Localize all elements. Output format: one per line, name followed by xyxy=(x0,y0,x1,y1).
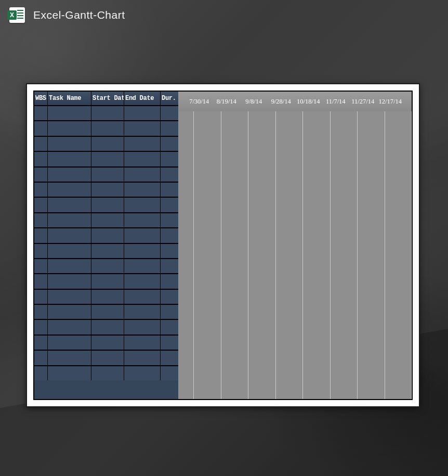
table-cell xyxy=(124,121,161,135)
table-row xyxy=(34,289,178,304)
table-cell xyxy=(124,336,161,350)
table-cell xyxy=(91,274,124,288)
table-cell xyxy=(91,198,124,212)
table-cell xyxy=(48,305,91,319)
table-cell xyxy=(48,290,91,304)
table-cell xyxy=(124,106,161,120)
table-cell xyxy=(124,366,161,380)
table-cell xyxy=(124,168,161,182)
table-cell xyxy=(34,259,48,273)
table-cell xyxy=(91,183,124,197)
table-cell xyxy=(91,336,124,350)
table-cell xyxy=(48,366,91,380)
table-cell xyxy=(91,351,124,365)
table-cell xyxy=(124,320,161,334)
table-cell xyxy=(124,152,161,166)
table-cell xyxy=(161,106,178,120)
table-cell xyxy=(124,351,161,365)
table-cell xyxy=(124,213,161,227)
timeline-gridline xyxy=(193,111,194,399)
timeline-gridline xyxy=(385,111,385,399)
table-cell xyxy=(34,198,48,212)
timeline-date-label: 9/28/14 xyxy=(268,98,295,106)
table-cell xyxy=(161,183,178,197)
table-cell xyxy=(91,259,124,273)
table-cell xyxy=(161,244,178,258)
table-cell xyxy=(34,168,48,182)
table-row xyxy=(34,166,178,182)
table-cell xyxy=(48,121,91,135)
table-cell xyxy=(48,259,91,273)
table-cell xyxy=(161,274,178,288)
table-cell xyxy=(48,198,91,212)
timeline-gridline xyxy=(221,111,221,399)
table-cell xyxy=(34,183,48,197)
table-cell xyxy=(124,183,161,197)
task-grid: WBS Task Name Start Date End Date Dur. xyxy=(34,92,178,399)
table-cell xyxy=(91,213,124,227)
table-row xyxy=(34,350,178,365)
table-cell xyxy=(161,259,178,273)
table-cell xyxy=(34,244,48,258)
table-cell xyxy=(161,351,178,365)
table-cell xyxy=(124,305,161,319)
table-cell xyxy=(48,213,91,227)
excel-icon-lines xyxy=(17,10,23,20)
page-title: Excel-Gantt-Chart xyxy=(33,9,125,21)
table-row xyxy=(34,212,178,227)
table-cell xyxy=(91,366,124,380)
timeline-gridline xyxy=(302,111,303,399)
col-header-end-date: End Date xyxy=(124,92,161,105)
task-grid-header: WBS Task Name Start Date End Date Dur. xyxy=(34,92,178,105)
col-header-duration: Dur. xyxy=(161,92,178,105)
table-cell xyxy=(124,274,161,288)
gantt-chart: WBS Task Name Start Date End Date Dur. 7… xyxy=(33,91,413,400)
timeline-panel: 7/30/148/19/149/8/149/28/1410/18/1411/7/… xyxy=(178,92,412,399)
table-cell xyxy=(161,152,178,166)
table-cell xyxy=(161,137,178,151)
timeline-date-label: 11/7/14 xyxy=(322,98,350,106)
table-cell xyxy=(124,228,161,242)
table-cell xyxy=(34,305,48,319)
table-cell xyxy=(91,106,124,120)
table-cell xyxy=(124,290,161,304)
table-cell xyxy=(91,320,124,334)
table-cell xyxy=(91,305,124,319)
table-cell xyxy=(48,168,91,182)
document-frame: WBS Task Name Start Date End Date Dur. 7… xyxy=(26,83,420,407)
table-cell xyxy=(48,228,91,242)
table-cell xyxy=(34,351,48,365)
table-row xyxy=(34,151,178,166)
table-cell xyxy=(161,305,178,319)
table-row xyxy=(34,243,178,258)
table-cell xyxy=(161,121,178,135)
table-row xyxy=(34,335,178,350)
table-row xyxy=(34,273,178,288)
table-cell xyxy=(48,244,91,258)
table-cell xyxy=(34,213,48,227)
table-cell xyxy=(48,336,91,350)
col-header-start-date: Start Date xyxy=(91,92,124,105)
table-cell xyxy=(91,290,124,304)
table-cell xyxy=(161,213,178,227)
table-cell xyxy=(91,168,124,182)
table-cell xyxy=(161,290,178,304)
excel-icon: X xyxy=(9,7,25,23)
table-cell xyxy=(34,320,48,334)
table-cell xyxy=(124,259,161,273)
timeline-gridline xyxy=(411,111,412,399)
table-cell xyxy=(34,290,48,304)
table-row xyxy=(34,365,178,380)
table-cell xyxy=(124,198,161,212)
col-header-wbs: WBS xyxy=(34,92,48,105)
table-cell xyxy=(34,366,48,380)
table-cell xyxy=(161,366,178,380)
timeline-gridlines xyxy=(178,111,412,399)
table-row xyxy=(34,319,178,334)
table-cell xyxy=(34,106,48,120)
table-row xyxy=(34,120,178,135)
table-cell xyxy=(34,336,48,350)
table-cell xyxy=(91,152,124,166)
task-grid-body xyxy=(34,105,178,380)
table-cell xyxy=(161,336,178,350)
